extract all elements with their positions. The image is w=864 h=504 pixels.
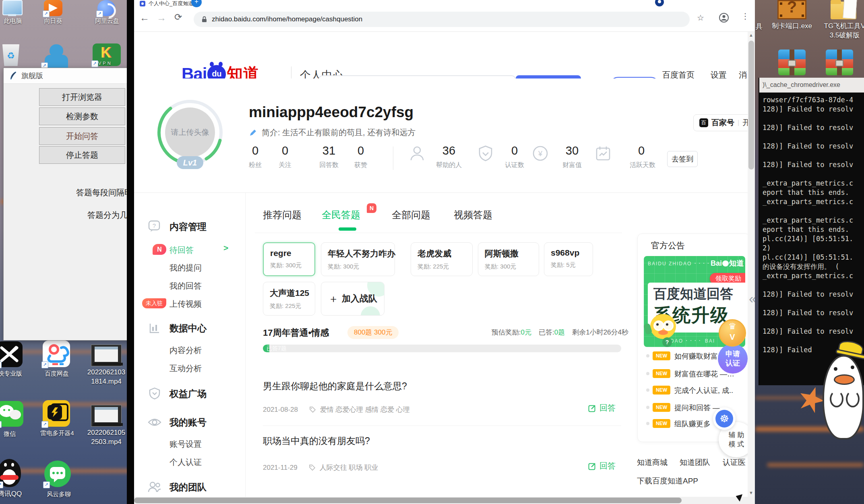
stop-answer-button[interactable]: 停止答题 <box>39 146 125 164</box>
my-team-icon <box>148 481 161 493</box>
progress-label: 已答7题 <box>267 345 287 352</box>
new-badge: NEW <box>653 403 670 412</box>
forward-icon[interactable]: → <box>157 12 166 23</box>
desktop-icon-kvpn[interactable]: K VPN ➚ <box>92 43 122 68</box>
link-settings[interactable]: 设置 <box>711 70 727 78</box>
menu-dots-icon[interactable]: ⋮ <box>741 11 749 21</box>
sidebar-account-settings[interactable]: 账号设置 <box>169 439 202 450</box>
tag-icon <box>309 464 316 471</box>
question-card-regre[interactable]: regre奖励: 300元 <box>263 242 315 276</box>
rights-plaza-icon <box>149 387 161 399</box>
horizontal-scrollbar[interactable] <box>134 497 755 504</box>
new-badge: NEW <box>653 369 670 378</box>
announcement-item[interactable]: 如何赚取财富 <box>674 351 718 361</box>
desktop-icon-person[interactable]: ➚ <box>42 44 70 68</box>
tab-recommend[interactable]: 推荐问题 <box>263 209 302 221</box>
desktop-icon-winrar-1[interactable] <box>778 50 806 75</box>
active-tab-underline <box>339 227 356 231</box>
tg-tool-label: TG飞机工具V 3.5破解版 <box>819 22 864 40</box>
search-input[interactable] <box>318 75 516 78</box>
start-qa-button[interactable]: 开始问答 <box>39 127 125 145</box>
sidebar-content-mgmt[interactable]: 内容管理 <box>169 221 207 233</box>
carousel-prev-icon[interactable]: « <box>749 291 755 306</box>
console-titlebar[interactable]: )\_cache_chromedriver.exe <box>759 78 864 93</box>
avatar-upload-placeholder[interactable]: 请上传头像 <box>165 107 215 157</box>
answer-button[interactable]: 回答 <box>588 461 616 471</box>
back-icon[interactable]: ← <box>140 12 149 23</box>
helper-wheel-icon[interactable]: ☸ <box>713 407 736 430</box>
question-item-title[interactable]: 职场当中真的没有朋友吗? <box>263 435 370 447</box>
stat-certs-label: 认证数 <box>494 161 535 169</box>
window-edge <box>127 0 134 504</box>
profile-icon[interactable] <box>719 12 729 23</box>
sidebar-data-center[interactable]: 数据中心 <box>169 322 207 335</box>
link-messages[interactable]: 消息 <box>739 70 748 78</box>
this-pc-label: 此电脑 <box>0 17 28 25</box>
open-browser-button[interactable]: 打开浏览器 <box>39 88 125 106</box>
question-card-2[interactable]: 老虎发威奖励: 225元 <box>411 242 473 276</box>
baijiahao-button[interactable]: 百 百家号 | 开通 <box>693 114 755 131</box>
link-cert[interactable]: 认证医 <box>723 457 746 468</box>
checkin-button[interactable]: 去签到 <box>667 151 698 167</box>
address-bar[interactable]: zhidao.baidu.com/ihome/homepage/cashques… <box>194 12 690 27</box>
link-zhidao-team[interactable]: 知道团队 <box>680 457 710 468</box>
ask-question-button[interactable]: 我要提问 <box>609 77 660 78</box>
scroll-down-icon[interactable]: ▼ <box>749 490 753 495</box>
link-download-app[interactable]: 下载百度知道APP <box>637 476 698 486</box>
apply-cert-badge[interactable]: 申请 认证 <box>718 344 748 374</box>
aliyun-icon: ➚ <box>97 0 115 16</box>
question-card-5[interactable]: 大声道125奖励: 225元 <box>263 282 315 316</box>
announcement-item[interactable]: 组队赚更多 <box>674 419 711 429</box>
bookmark-star-icon[interactable]: ☆ <box>697 13 704 23</box>
join-team-card[interactable]: ＋ 加入战队 <box>321 282 384 316</box>
sidebar-upload-video[interactable]: 上传视频 <box>169 299 202 310</box>
tab-video-answer[interactable]: 视频答题 <box>454 209 492 221</box>
question-card-1[interactable]: 年轻人不努力咋办奖励: 300元 <box>321 242 395 276</box>
sidebar-my-answers[interactable]: 我的回答 <box>169 281 202 291</box>
sidebar-my-questions[interactable]: 我的提问 <box>169 262 202 273</box>
baidu-zhidao-logo[interactable]: Bai du 知道 <box>182 63 259 79</box>
desktop-icon-winrar-2[interactable] <box>826 50 853 75</box>
question-card-4[interactable]: s968vp奖励: 5元 <box>544 242 593 276</box>
link-zhidao-mall[interactable]: 知道商城 <box>637 457 668 468</box>
answer-button[interactable]: 回答 <box>588 403 616 413</box>
vertical-scrollbar[interactable]: ▲ ▼ <box>748 32 755 497</box>
sidebar-my-team[interactable]: 我的团队 <box>169 481 207 494</box>
search-answers-button[interactable]: 搜索答案 <box>516 75 581 78</box>
announcement-title: 官方公告 <box>651 240 685 251</box>
sidebar-interaction-analysis[interactable]: 互动分析 <box>169 363 202 374</box>
question-card-3[interactable]: 阿斯顿撒奖励: 300元 <box>478 242 539 276</box>
tab-close-icon[interactable]: × <box>184 0 188 6</box>
logo-zhidao: 知道 <box>227 63 259 79</box>
check-params-button[interactable]: 检测参数 <box>39 107 125 125</box>
desktop-icon-recycle-bin[interactable]: ♻ <box>0 43 24 68</box>
card-port-label: 制卡端口.exe <box>769 22 814 31</box>
tab-all-questions[interactable]: 全部问题 <box>392 209 430 221</box>
screen: 此电脑 ➚ 向日葵 ➚ 阿里云盘 ♻ ➚ K <box>0 0 864 504</box>
scrollbar-thumb[interactable] <box>748 41 754 169</box>
sidebar-rights-plaza[interactable]: 权益广场 <box>169 388 207 400</box>
question-bubble: ? <box>662 337 672 347</box>
reload-icon[interactable]: ⟳ <box>174 12 182 23</box>
pending-chevron-icon[interactable]: > <box>223 243 228 253</box>
url-text[interactable]: zhidao.baidu.com/ihome/homepage/cashques… <box>212 15 362 23</box>
scrollbar-thumb[interactable] <box>134 498 682 503</box>
upload-badge: 未入驻 <box>142 298 166 308</box>
tab-all-answer[interactable]: 全民答题 <box>322 209 360 221</box>
tabs-divider <box>255 233 622 233</box>
stat-wealth-value: 30 <box>557 144 587 157</box>
sidebar-personal-cert[interactable]: 个人认证 <box>169 457 202 468</box>
question-tags[interactable]: 人际交往 职场 职业 <box>320 463 378 472</box>
announcement-item[interactable]: 完成个人认证, 成.. <box>674 386 733 395</box>
banner-line1: 百度知道回答 <box>653 285 745 303</box>
question-item-title[interactable]: 男生跟你聊起他的家庭是什么意思? <box>263 380 407 392</box>
sidebar-pending[interactable]: 待回答 <box>169 245 194 256</box>
sidebar-content-analysis[interactable]: 内容分析 <box>169 345 202 356</box>
sidebar-my-account[interactable]: 我的账号 <box>169 416 207 429</box>
profile-extension-icon[interactable] <box>655 0 664 6</box>
scroll-up-icon[interactable]: ▲ <box>749 33 753 37</box>
link-baidu-home[interactable]: 百度首页 <box>662 70 695 78</box>
assistant-titlebar[interactable]: 旗舰版 <box>4 68 134 84</box>
question-tags[interactable]: 爱情 恋爱心理 感情 恋爱 心理 <box>320 405 410 414</box>
edit-pencil-icon[interactable] <box>249 129 257 137</box>
